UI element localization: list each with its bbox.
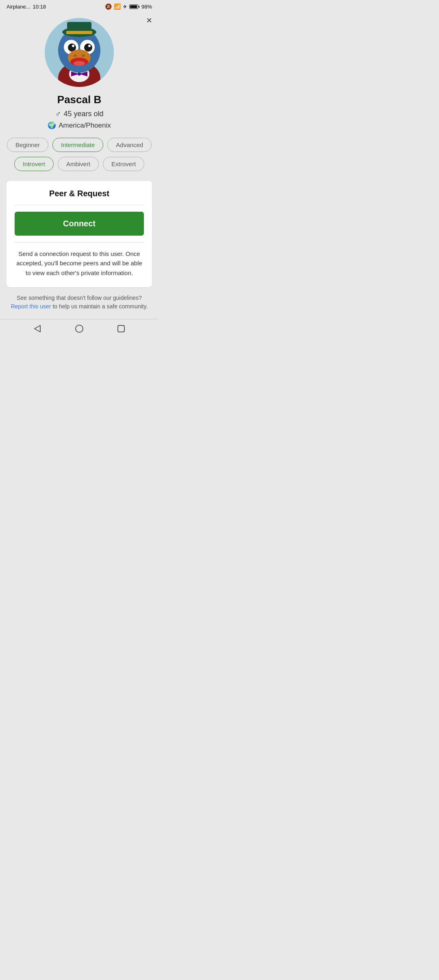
peer-request-card: Peer & Request Connect Send a connection… — [7, 181, 152, 287]
svg-point-15 — [88, 45, 91, 47]
experience-tags-row: Beginner Intermediate Advanced — [7, 138, 152, 152]
report-link[interactable]: Report this user — [11, 303, 51, 310]
tag-beginner[interactable]: Beginner — [7, 138, 48, 152]
recents-icon — [117, 324, 126, 333]
report-suffix-text: to help us maintain a safe community. — [52, 303, 148, 310]
svg-rect-23 — [118, 325, 124, 332]
profile-location: 🌍 America/Phoenix — [7, 121, 152, 130]
carrier-text: Airplane... — [7, 4, 30, 10]
tag-introvert[interactable]: Introvert — [14, 157, 54, 171]
close-button[interactable]: × — [146, 15, 152, 25]
wifi-icon: 📶 — [114, 3, 121, 10]
peer-description: Send a connection request to this user. … — [15, 249, 144, 278]
airplane-icon: ✈ — [123, 4, 127, 10]
home-icon — [75, 324, 84, 333]
tags-section: Beginner Intermediate Advanced Introvert… — [7, 138, 152, 171]
report-section: See something that doesn't follow our gu… — [7, 294, 152, 311]
age-text: 45 years old — [63, 110, 103, 118]
tag-advanced[interactable]: Advanced — [107, 138, 152, 152]
svg-rect-9 — [66, 31, 92, 34]
status-bar: Airplane... 10:18 🔕 📶 ✈ 98% — [0, 0, 159, 11]
avatar-section — [7, 11, 152, 87]
globe-icon: 🌍 — [48, 121, 56, 130]
nav-back-button[interactable] — [33, 324, 42, 335]
mute-icon: 🔕 — [105, 3, 112, 10]
battery-indicator — [129, 4, 139, 9]
main-content: × — [0, 11, 159, 311]
time-text: 10:18 — [33, 4, 46, 10]
connect-button[interactable]: Connect — [15, 212, 144, 236]
svg-point-22 — [76, 325, 83, 332]
svg-point-5 — [78, 72, 81, 76]
svg-point-19 — [74, 54, 77, 57]
profile-info: Pascal B ♂ 45 years old 🌍 America/Phoeni… — [7, 93, 152, 130]
personality-tags-row: Introvert Ambivert Extrovert — [14, 157, 144, 171]
divider-top — [15, 205, 144, 205]
avatar — [45, 18, 114, 87]
location-text: America/Phoenix — [59, 121, 111, 130]
profile-age: ♂ 45 years old — [7, 109, 152, 119]
gender-icon: ♂ — [55, 109, 61, 119]
back-icon — [33, 324, 42, 333]
profile-name: Pascal B — [7, 93, 152, 106]
tag-ambivert[interactable]: Ambivert — [58, 157, 99, 171]
status-right: 🔕 📶 ✈ 98% — [105, 3, 152, 10]
divider-bottom — [15, 242, 144, 243]
report-prefix: See something that doesn't follow our gu… — [17, 295, 142, 301]
svg-marker-21 — [35, 325, 40, 332]
tag-intermediate[interactable]: Intermediate — [52, 138, 103, 152]
svg-point-20 — [82, 54, 85, 57]
nav-home-button[interactable] — [75, 324, 84, 335]
peer-card-title: Peer & Request — [15, 189, 144, 198]
battery-percent: 98% — [141, 4, 152, 10]
svg-point-18 — [74, 61, 85, 66]
bottom-nav — [0, 319, 159, 341]
status-left: Airplane... 10:18 — [7, 4, 46, 10]
svg-point-13 — [84, 43, 92, 52]
nav-recents-button[interactable] — [117, 324, 126, 335]
tag-extrovert[interactable]: Extrovert — [103, 157, 144, 171]
svg-point-14 — [72, 45, 74, 47]
